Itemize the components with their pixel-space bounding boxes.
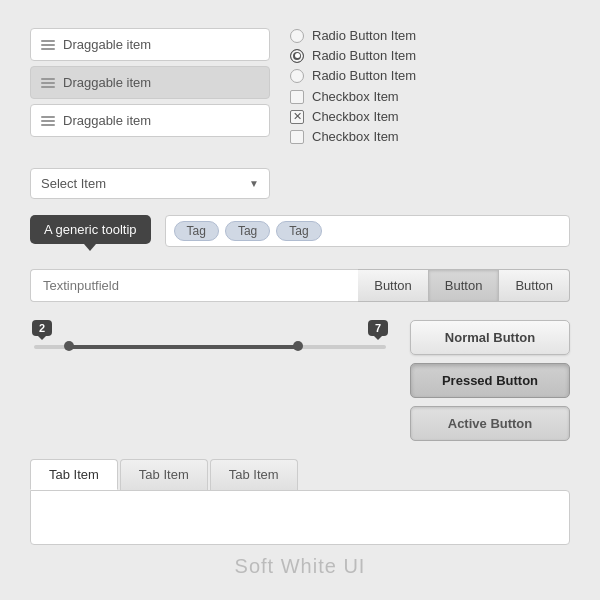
radio-item-2[interactable]: Radio Button Item	[290, 48, 490, 63]
pressed-button[interactable]: Pressed Button	[410, 363, 570, 398]
btn-group-button-2[interactable]: Button	[429, 269, 500, 302]
tab-content-panel	[30, 490, 570, 545]
slider-buttons-row: 2 7 Normal Button Pressed Button Active …	[30, 320, 570, 441]
tab-bar: Tab Item Tab Item Tab Item	[30, 459, 570, 490]
drag-handle-icon-2	[41, 78, 55, 88]
input-button-row: Button Button Button	[30, 269, 570, 302]
checkbox-group: Checkbox Item ✕ Checkbox Item Checkbox I…	[290, 89, 490, 144]
footer-title: Soft White UI	[235, 555, 366, 577]
slider-handle-left[interactable]	[64, 341, 74, 351]
checkbox-item-2[interactable]: ✕ Checkbox Item	[290, 109, 490, 124]
tags-container: Tag Tag Tag	[165, 215, 570, 247]
select-control[interactable]: Select Item ▼	[30, 168, 270, 199]
drag-item-2[interactable]: Draggable item	[30, 66, 270, 99]
slider-min-label: 2	[32, 320, 52, 336]
tooltip-arrow-icon	[84, 244, 96, 251]
select-label: Select Item	[41, 176, 106, 191]
radio-item-3[interactable]: Radio Button Item	[290, 68, 490, 83]
footer: Soft White UI	[30, 555, 570, 578]
radio-label-1: Radio Button Item	[312, 28, 416, 43]
slider-values: 2 7	[30, 320, 390, 336]
radio-circle-2	[290, 49, 304, 63]
checkbox-label-3: Checkbox Item	[312, 129, 399, 144]
active-button[interactable]: Active Button	[410, 406, 570, 441]
radio-label-3: Radio Button Item	[312, 68, 416, 83]
button-group: Button Button Button	[358, 269, 570, 302]
drag-handle-icon-3	[41, 116, 55, 126]
tooltip-tags-row: A generic tooltip Tag Tag Tag	[30, 215, 570, 251]
checkbox-box-2: ✕	[290, 110, 304, 124]
tab-section: Tab Item Tab Item Tab Item	[30, 459, 570, 545]
tooltip-box: A generic tooltip	[30, 215, 151, 244]
slider-track[interactable]	[34, 344, 386, 350]
checkbox-item-1[interactable]: Checkbox Item	[290, 89, 490, 104]
radio-item-1[interactable]: Radio Button Item	[290, 28, 490, 43]
action-buttons: Normal Button Pressed Button Active Butt…	[410, 320, 570, 441]
tab-item-1[interactable]: Tab Item	[30, 459, 118, 490]
drag-item-3[interactable]: Draggable item	[30, 104, 270, 137]
tag-2[interactable]: Tag	[225, 221, 270, 241]
radio-checkbox-column: Radio Button Item Radio Button Item Radi…	[290, 28, 490, 150]
radio-circle-1	[290, 29, 304, 43]
tab-item-3[interactable]: Tab Item	[210, 459, 298, 490]
tag-1[interactable]: Tag	[174, 221, 219, 241]
tooltip-wrapper: A generic tooltip	[30, 215, 151, 251]
checkbox-box-1	[290, 90, 304, 104]
radio-group: Radio Button Item Radio Button Item Radi…	[290, 28, 490, 83]
slider-track-fill	[69, 345, 298, 349]
normal-button[interactable]: Normal Button	[410, 320, 570, 355]
slider-max-label: 7	[368, 320, 388, 336]
select-row: Select Item ▼	[30, 168, 570, 199]
btn-group-button-3[interactable]: Button	[499, 269, 570, 302]
text-input[interactable]	[30, 269, 358, 302]
drag-item-label-2: Draggable item	[63, 75, 151, 90]
checkbox-label-2: Checkbox Item	[312, 109, 399, 124]
drag-item-1[interactable]: Draggable item	[30, 28, 270, 61]
drag-item-label-1: Draggable item	[63, 37, 151, 52]
radio-label-2: Radio Button Item	[312, 48, 416, 63]
chevron-down-icon: ▼	[249, 178, 259, 189]
slider-section: 2 7	[30, 320, 390, 350]
drag-list: Draggable item Draggable item Draggable …	[30, 28, 270, 150]
drag-item-label-3: Draggable item	[63, 113, 151, 128]
checkbox-item-3[interactable]: Checkbox Item	[290, 129, 490, 144]
drag-handle-icon	[41, 40, 55, 50]
tab-item-2[interactable]: Tab Item	[120, 459, 208, 490]
btn-group-button-1[interactable]: Button	[358, 269, 429, 302]
checkbox-label-1: Checkbox Item	[312, 89, 399, 104]
checkbox-box-3	[290, 130, 304, 144]
radio-circle-3	[290, 69, 304, 83]
slider-handle-right[interactable]	[293, 341, 303, 351]
tab-content-row: Tab Item Tab Item Tab Item	[30, 459, 570, 545]
tag-3[interactable]: Tag	[276, 221, 321, 241]
